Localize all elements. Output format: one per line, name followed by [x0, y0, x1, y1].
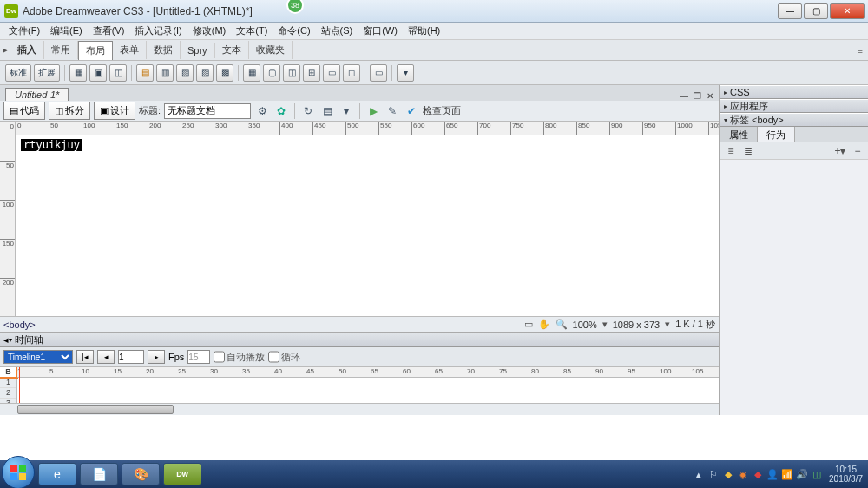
menu-text[interactable]: 文本(T) [231, 24, 273, 37]
preview-icon[interactable]: ▾ [339, 103, 354, 119]
menu-site[interactable]: 站点(S) [316, 24, 358, 37]
mode-expanded-button[interactable]: 扩展 [34, 64, 60, 82]
visual-aids-icon[interactable]: ▶ [365, 103, 381, 119]
zoom-dropdown-icon[interactable]: ▾ [602, 319, 608, 330]
menu-commands[interactable]: 命令(C) [273, 24, 315, 37]
insert-table-button[interactable]: ▤ [136, 64, 154, 82]
show-set-events-icon[interactable]: ≡ [724, 144, 738, 158]
tags-panel-header[interactable]: ▾标签 <body> [720, 113, 868, 127]
menu-help[interactable]: 帮助(H) [403, 24, 445, 37]
selected-text[interactable]: rtyuikjuy [21, 139, 82, 151]
view-split-button[interactable]: ◫拆分 [49, 102, 90, 120]
clock[interactable]: 10:15 2018/3/7 [829, 465, 863, 484]
close-button[interactable]: ✕ [830, 3, 865, 19]
insertbar-tab-common[interactable]: 常用 [44, 41, 78, 59]
tab-behaviors[interactable]: 行为 [758, 127, 795, 142]
menu-file[interactable]: 文件(F) [3, 24, 45, 37]
task-ie[interactable]: e [38, 463, 76, 485]
view-options-icon[interactable]: ✎ [385, 103, 400, 119]
more-button[interactable]: ▾ [397, 64, 414, 82]
check-page-icon[interactable]: ✔ [404, 103, 419, 119]
insert-row-below-button[interactable]: ▧ [176, 64, 194, 82]
insert-col-left-button[interactable]: ▨ [196, 64, 214, 82]
canvas[interactable]: rtyuikjuy [16, 135, 719, 316]
frameset-button[interactable]: ⊞ [303, 64, 320, 82]
window-size[interactable]: 1089 x 373 [613, 320, 660, 330]
task-paint[interactable]: 🎨 [122, 463, 160, 485]
timeline-header[interactable]: ◂ ▾ 时间轴 [0, 333, 719, 347]
insertbar-tab-spry[interactable]: Spry [181, 43, 215, 58]
zoom-tool-icon[interactable]: 🔍 [556, 319, 568, 330]
select-tool-icon[interactable]: ▭ [524, 319, 533, 330]
start-button[interactable] [2, 456, 35, 488]
timeline-select[interactable]: Timeline1 [3, 350, 73, 364]
view-code-button[interactable]: ▤代码 [3, 102, 45, 120]
insertbar-tab-layout[interactable]: 布局 [78, 41, 113, 60]
file-mgmt-icon[interactable]: ▤ [319, 103, 335, 119]
iframe-button[interactable]: ▭ [323, 64, 340, 82]
menu-modify[interactable]: 修改(M) [187, 24, 232, 37]
frames-button[interactable]: ◫ [283, 64, 300, 82]
maximize-button[interactable]: ▢ [804, 3, 828, 19]
zoom-value[interactable]: 100% [573, 320, 597, 330]
tabbed-panels-button[interactable]: ▭ [370, 64, 387, 82]
tray-arrow-icon[interactable]: ▴ [693, 468, 705, 480]
panel-expand-icon[interactable]: ▾ [9, 336, 12, 344]
hand-tool-icon[interactable]: ✋ [538, 319, 550, 330]
title-input[interactable] [164, 103, 251, 119]
doc-restore-button[interactable]: ❐ [694, 91, 701, 101]
noframes-button[interactable]: ◻ [343, 64, 360, 82]
insert-spry-button[interactable]: ◫ [109, 64, 127, 82]
refresh-icon[interactable]: ↻ [300, 103, 316, 119]
css-panel-header[interactable]: ▸CSS [720, 85, 868, 99]
timeline-grid[interactable]: B123 15101520253035404550556065707580859… [0, 366, 719, 403]
insertbar-menu-icon[interactable]: ≡ [858, 45, 863, 56]
insertbar-tab-data[interactable]: 数据 [147, 41, 181, 59]
menu-view[interactable]: 查看(V) [88, 24, 130, 37]
doc-close-button[interactable]: ✕ [707, 91, 713, 101]
autoplay-checkbox[interactable]: 自动播放 [214, 350, 265, 364]
playhead[interactable] [19, 367, 20, 403]
tab-attributes[interactable]: 属性 [720, 127, 758, 142]
tray-shield-icon[interactable]: ◆ [722, 468, 734, 480]
insertbar-tab-fav[interactable]: 收藏夹 [249, 41, 293, 59]
view-design-button[interactable]: ▣设计 [94, 102, 135, 120]
insert-col-right-button[interactable]: ▩ [216, 64, 233, 82]
loop-checkbox[interactable]: 循环 [268, 350, 300, 364]
menu-insert[interactable]: 插入记录(I) [129, 24, 187, 37]
insert-row-above-button[interactable]: ▥ [156, 64, 174, 82]
minimize-button[interactable]: — [778, 3, 802, 19]
timeline-scrollbar[interactable] [0, 403, 719, 415]
behaviors-list[interactable] [720, 160, 868, 415]
doc-minimize-button[interactable]: — [680, 91, 688, 101]
validate-icon[interactable]: ✿ [273, 103, 289, 119]
prev-frame-button[interactable]: ◂ [97, 350, 115, 364]
fps-input[interactable] [187, 350, 210, 364]
insert-apdiv-button[interactable]: ▣ [89, 64, 107, 82]
insertbar-tab-forms[interactable]: 表单 [113, 41, 147, 59]
add-behavior-button[interactable]: +▾ [833, 144, 847, 158]
show-all-events-icon[interactable]: ≣ [741, 144, 755, 158]
insert-div-button[interactable]: ▦ [69, 64, 87, 82]
tray-network-icon[interactable]: 📶 [781, 468, 793, 480]
insertbar-arrow-icon[interactable]: ▸ [0, 44, 10, 56]
task-dreamweaver[interactable]: Dw [163, 463, 201, 485]
tray-app3-icon[interactable]: 👤 [766, 468, 779, 480]
size-dropdown-icon[interactable]: ▾ [665, 319, 670, 330]
tag-selector[interactable]: <body> [3, 320, 36, 330]
rewind-button[interactable]: |◂ [76, 350, 94, 364]
browser-check-icon[interactable]: ⚙ [254, 103, 270, 119]
tray-flag-icon[interactable]: ⚐ [707, 468, 720, 480]
frame-input[interactable] [118, 350, 144, 364]
layout-cell-button[interactable]: ▢ [263, 64, 280, 82]
mode-standard-button[interactable]: 标准 [5, 64, 31, 82]
insertbar-tab-text[interactable]: 文本 [215, 41, 249, 59]
task-notepad[interactable]: 📄 [80, 463, 118, 485]
tray-app2-icon[interactable]: ◆ [752, 468, 764, 480]
layout-table-button[interactable]: ▦ [243, 64, 260, 82]
menu-edit[interactable]: 编辑(E) [45, 24, 88, 37]
tray-app1-icon[interactable]: ◉ [737, 468, 749, 480]
scrollbar-thumb[interactable] [17, 405, 174, 414]
next-frame-button[interactable]: ▸ [148, 350, 165, 364]
tray-volume-icon[interactable]: 🔊 [796, 468, 808, 480]
